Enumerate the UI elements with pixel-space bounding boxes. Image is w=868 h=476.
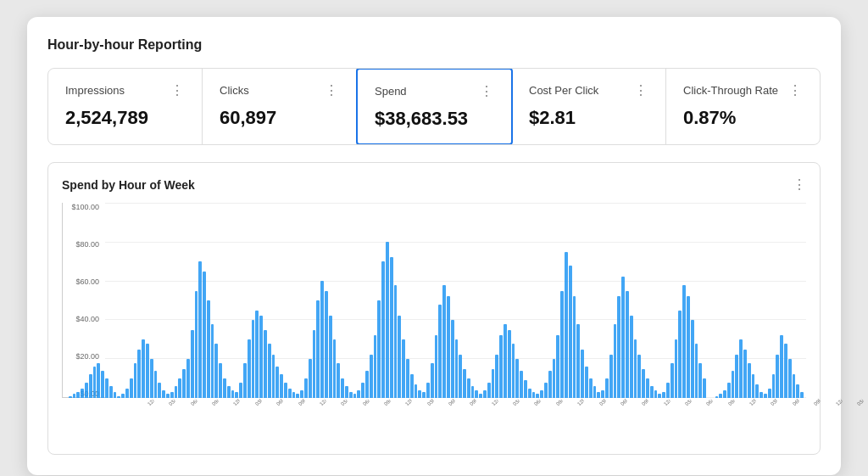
x-axis-label [720, 400, 726, 408]
bar [732, 371, 735, 398]
metric-label-spend: Spend [375, 85, 407, 98]
bar [621, 277, 625, 398]
x-axis-label [591, 400, 598, 408]
bar [418, 390, 421, 398]
bar [252, 320, 255, 398]
bar [626, 291, 629, 399]
bar [203, 272, 206, 399]
x-axis-label [441, 400, 448, 408]
bar [614, 324, 617, 398]
bar [381, 261, 385, 398]
bar [540, 390, 543, 398]
bar [495, 355, 498, 398]
x-axis-label [849, 400, 855, 408]
bar [735, 355, 738, 398]
x-axis-label [398, 400, 404, 408]
chart-title: Spend by Hour of Week [62, 178, 195, 192]
bar [698, 363, 702, 398]
bar [374, 335, 377, 398]
metric-menu-icon-clicks[interactable]: ⋮ [325, 82, 339, 98]
bar [760, 392, 763, 398]
bar [178, 378, 181, 398]
bar [739, 339, 743, 398]
bar [93, 367, 97, 398]
x-axis-label [634, 400, 641, 408]
metric-label-cost-per-click: Cost Per Click [529, 84, 598, 97]
bar [556, 335, 559, 398]
bar [752, 374, 755, 398]
bar [85, 383, 88, 398]
metric-card-clicks[interactable]: Clicks ⋮ 60,897 [203, 69, 357, 144]
bar [451, 320, 454, 398]
metric-card-impressions[interactable]: Impressions ⋮ 2,524,789 [48, 69, 203, 144]
bar [780, 335, 783, 398]
x-axis-label [612, 400, 619, 408]
bar [175, 386, 178, 398]
bar [719, 394, 722, 398]
bar [333, 339, 337, 398]
bar [223, 378, 226, 398]
bar [650, 386, 654, 398]
x-axis-label [526, 400, 533, 408]
chart-header: Spend by Hour of Week ⋮ [62, 176, 806, 193]
bar [69, 396, 72, 398]
bar [682, 285, 686, 398]
x-axis-label [290, 400, 297, 408]
bar [715, 396, 719, 398]
bar [121, 394, 125, 398]
bar [601, 390, 604, 398]
bar [410, 374, 414, 398]
bar [186, 359, 190, 398]
bar [479, 394, 482, 398]
metric-card-click-through-rate[interactable]: Click-Through Rate ⋮ 0.87% [666, 69, 820, 144]
bar [158, 383, 161, 398]
bar [617, 296, 620, 398]
bar [137, 350, 141, 399]
metric-menu-icon-click-through-rate[interactable]: ⋮ [788, 82, 803, 98]
metric-card-cost-per-click[interactable]: Cost Per Click ⋮ $2.81 [512, 69, 666, 144]
bar [471, 386, 475, 398]
bar [109, 386, 113, 398]
metric-value-click-through-rate: 0.87% [683, 107, 803, 129]
bar [422, 392, 426, 398]
bar [573, 296, 576, 398]
bar [166, 394, 170, 398]
bar [455, 339, 459, 398]
bar [687, 296, 690, 398]
bar [130, 378, 133, 398]
bar [426, 383, 430, 398]
bar [345, 386, 348, 398]
bar [447, 296, 450, 398]
metric-menu-icon-spend[interactable]: ⋮ [480, 83, 494, 99]
bar [528, 389, 531, 399]
bar [117, 396, 120, 398]
bar [114, 392, 117, 398]
metric-menu-icon-cost-per-click[interactable]: ⋮ [634, 82, 648, 98]
bar [101, 371, 104, 398]
bar [154, 371, 158, 398]
bar [300, 390, 303, 398]
x-axis-label [311, 400, 318, 408]
bar [304, 378, 308, 398]
bar [398, 316, 401, 398]
bar [678, 311, 682, 399]
metric-value-clicks: 60,897 [220, 107, 339, 129]
bar [357, 390, 360, 398]
bar [390, 257, 393, 398]
bar [800, 392, 804, 398]
bar [435, 335, 438, 398]
bar [553, 359, 556, 398]
bar [89, 374, 92, 398]
bar [630, 316, 633, 398]
chart-menu-icon[interactable]: ⋮ [793, 176, 806, 193]
metric-menu-icon-impressions[interactable]: ⋮ [170, 82, 185, 98]
metric-value-impressions: 2,524,789 [65, 107, 185, 129]
bar [162, 390, 165, 398]
bar [784, 344, 787, 398]
bar [219, 363, 222, 398]
bar [211, 324, 214, 398]
bar [337, 363, 340, 398]
metric-card-spend[interactable]: Spend ⋮ $38,683.53 [356, 68, 513, 145]
bar [768, 389, 771, 399]
x-axis-label [763, 400, 770, 408]
